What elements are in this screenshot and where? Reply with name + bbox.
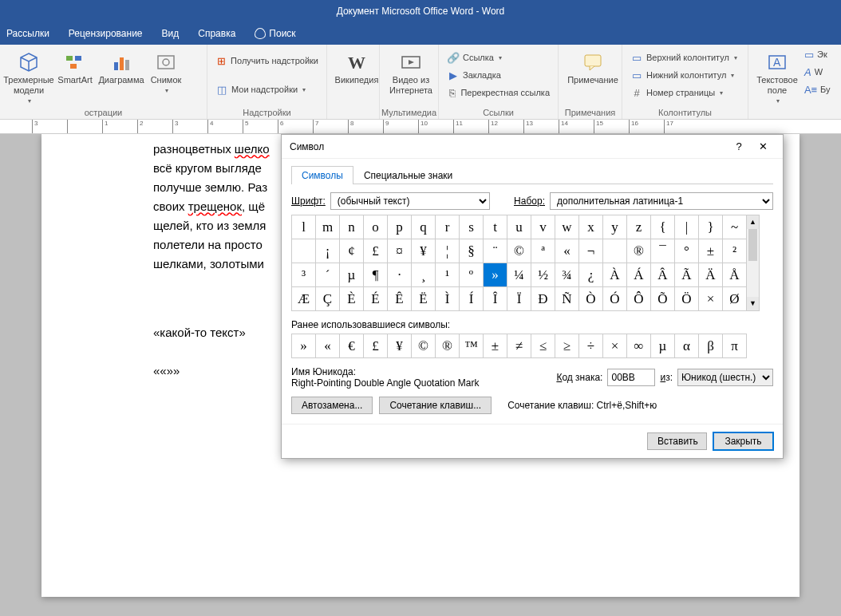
ruler[interactable]: 31234567891011121314151617: [0, 120, 841, 134]
recent-symbol-cell[interactable]: ×: [603, 334, 627, 358]
symbol-cell[interactable]: u: [507, 215, 531, 239]
symbol-cell[interactable]: ¶: [364, 263, 388, 287]
symbol-cell[interactable]: {: [651, 215, 675, 239]
recent-symbol-cell[interactable]: ±: [484, 334, 507, 358]
btn-link[interactable]: 🔗Ссылка: [444, 49, 553, 65]
recent-symbol-cell[interactable]: «: [316, 334, 340, 358]
btn-pagenum[interactable]: #Номер страницы: [627, 85, 743, 101]
recent-symbol-cell[interactable]: π: [723, 334, 747, 358]
symbol-cell[interactable]: Ö: [675, 287, 699, 311]
symbol-cell[interactable]: ¾: [555, 263, 579, 287]
symbol-cell[interactable]: t: [484, 215, 507, 239]
symbol-cell[interactable]: n: [340, 215, 364, 239]
menu-help[interactable]: Справка: [198, 28, 235, 39]
symbol-cell[interactable]: ±: [699, 239, 723, 263]
font-combo[interactable]: (обычный текст): [330, 192, 490, 210]
symbol-cell[interactable]: ²: [723, 239, 747, 263]
symbol-cell[interactable]: É: [364, 287, 388, 311]
symbol-cell[interactable]: ¥: [412, 239, 436, 263]
symbol-cell[interactable]: ½: [531, 263, 555, 287]
tab-symbols[interactable]: Символы: [291, 166, 353, 184]
symbol-cell[interactable]: l: [292, 215, 316, 239]
symbol-cell[interactable]: §: [460, 239, 484, 263]
symbol-cell[interactable]: w: [555, 215, 579, 239]
symbol-cell[interactable]: Í: [460, 287, 484, 311]
recent-symbol-cell[interactable]: ∞: [627, 334, 651, 358]
symbol-cell[interactable]: ©: [507, 239, 531, 263]
symbol-cell[interactable]: »: [484, 263, 507, 287]
symbol-cell[interactable]: Â: [651, 263, 675, 287]
symbol-cell[interactable]: ¢: [340, 239, 364, 263]
symbol-cell[interactable]: ³: [292, 263, 316, 287]
symbol-cell[interactable]: ¸: [412, 263, 436, 287]
symbol-cell[interactable]: v: [531, 215, 555, 239]
symbol-cell[interactable]: ¼: [507, 263, 531, 287]
symbol-cell[interactable]: ×: [699, 287, 723, 311]
symbol-cell[interactable]: ¡: [316, 239, 340, 263]
symbol-cell[interactable]: µ: [340, 263, 364, 287]
symbol-cell[interactable]: Õ: [651, 287, 675, 311]
recent-symbol-cell[interactable]: ©: [412, 334, 436, 358]
close-icon[interactable]: ✕: [751, 140, 775, 152]
btn-textbox[interactable]: A Текстовое поле: [753, 48, 801, 108]
symbol-cell[interactable]: q: [412, 215, 436, 239]
symbol-cell[interactable]: Ø: [723, 287, 747, 311]
symbol-cell[interactable]: ¿: [579, 263, 603, 287]
recent-symbol-cell[interactable]: ≤: [531, 334, 555, 358]
symbol-cell[interactable]: r: [436, 215, 460, 239]
btn-footer[interactable]: ▭Нижний колонтитул: [627, 67, 743, 83]
recent-symbol-cell[interactable]: €: [340, 334, 364, 358]
symbol-cell[interactable]: ª: [531, 239, 555, 263]
close-button[interactable]: Закрыть: [713, 432, 773, 450]
dialog-titlebar[interactable]: Символ ? ✕: [282, 135, 783, 159]
symbol-cell[interactable]: Æ: [292, 287, 316, 311]
grid-scrollbar[interactable]: ▲ ▼: [746, 215, 760, 311]
symbol-cell[interactable]: ¨: [484, 239, 507, 263]
symbol-cell[interactable]: Ñ: [555, 287, 579, 311]
symbol-cell[interactable]: ¬: [579, 239, 603, 263]
btn-extras-1[interactable]: ▭Эк: [801, 46, 825, 62]
btn-extras-3[interactable]: A≡Бу: [801, 81, 825, 97]
recent-symbol-cell[interactable]: ≠: [507, 334, 531, 358]
menu-search[interactable]: Поиск: [255, 28, 295, 39]
symbol-cell[interactable]: ~: [723, 215, 747, 239]
menu-review[interactable]: Рецензирование: [69, 28, 143, 39]
symbol-cell[interactable]: Ã: [675, 263, 699, 287]
btn-get-addins[interactable]: ⊞ Получить надстройки: [212, 53, 322, 69]
symbol-cell[interactable]: z: [627, 215, 651, 239]
shortcut-button[interactable]: Сочетание клавиш...: [379, 397, 492, 414]
symbol-cell[interactable]: o: [364, 215, 388, 239]
btn-online-video[interactable]: Видео из Интернета: [385, 48, 437, 97]
symbol-cell[interactable]: ¹: [436, 263, 460, 287]
scroll-down-icon[interactable]: ▼: [747, 297, 759, 310]
symbol-cell[interactable]: Å: [723, 263, 747, 287]
symbol-cell[interactable]: Ò: [579, 287, 603, 311]
btn-3d-models[interactable]: Трехмерные модели: [5, 48, 53, 108]
scroll-up-icon[interactable]: ▲: [747, 215, 759, 229]
symbol-cell[interactable]: }: [699, 215, 723, 239]
symbol-cell[interactable]: Á: [627, 263, 651, 287]
symbol-cell[interactable]: s: [460, 215, 484, 239]
recent-symbol-cell[interactable]: ™: [460, 334, 484, 358]
symbol-cell[interactable]: Ç: [316, 287, 340, 311]
symbol-cell[interactable]: Ê: [388, 287, 412, 311]
symbol-cell[interactable]: Ë: [412, 287, 436, 311]
symbol-cell[interactable]: ·: [388, 263, 412, 287]
symbol-cell[interactable]: Î: [484, 287, 507, 311]
recent-symbol-cell[interactable]: ¥: [388, 334, 412, 358]
symbol-cell[interactable]: È: [340, 287, 364, 311]
recent-symbol-cell[interactable]: β: [699, 334, 723, 358]
symbol-cell[interactable]: Ô: [627, 287, 651, 311]
recent-symbol-cell[interactable]: »: [292, 334, 316, 358]
recent-symbol-cell[interactable]: ÷: [579, 334, 603, 358]
scroll-thumb[interactable]: [748, 229, 757, 261]
symbol-cell[interactable]: £: [364, 239, 388, 263]
symbol-cell[interactable]: m: [316, 215, 340, 239]
symbol-cell[interactable]: ¦: [436, 239, 460, 263]
autocorrect-button[interactable]: Автозамена...: [291, 397, 373, 414]
btn-my-addins[interactable]: ◫ Мои надстройки: [212, 81, 322, 97]
symbol-cell[interactable]: °: [675, 239, 699, 263]
symbol-cell[interactable]: Ð: [531, 287, 555, 311]
symbol-cell[interactable]: Ì: [436, 287, 460, 311]
recent-symbol-cell[interactable]: µ: [651, 334, 675, 358]
